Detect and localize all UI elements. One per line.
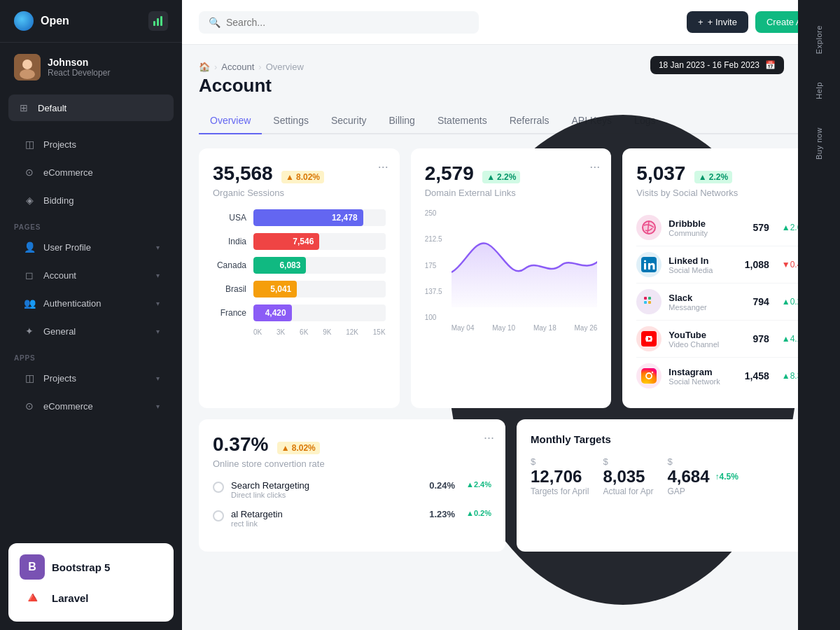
country-india: India bbox=[213, 237, 246, 246]
nav-item-ecommerce-app[interactable]: ⊙ eCommerce ▾ bbox=[14, 393, 168, 419]
invite-button[interactable]: + + Invite bbox=[687, 11, 748, 33]
nav-item-authentication[interactable]: 👥 Authentication ▾ bbox=[14, 290, 168, 316]
monthly-values: $ 12,706 Targets for April $ 8,035 Actua… bbox=[531, 456, 809, 496]
country-usa: USA bbox=[213, 213, 246, 223]
country-canada: Canada bbox=[213, 260, 246, 270]
laravel-icon: 🔺 bbox=[20, 585, 45, 610]
linkedin-type: Social Media bbox=[668, 266, 713, 274]
nav-bidding-label: Bidding bbox=[43, 195, 160, 206]
logo-left: Open bbox=[14, 11, 69, 31]
nav-item-user-profile[interactable]: 👤 User Profile ▾ bbox=[14, 234, 168, 260]
ecommerce-app-icon: ⊙ bbox=[22, 399, 36, 413]
bootstrap-icon: B bbox=[20, 554, 45, 580]
conv-item-2: al Retargetin rect link 1.23% ▲0.2% bbox=[213, 509, 491, 528]
dribbble-type: Community bbox=[668, 229, 708, 237]
slack-type: Messanger bbox=[668, 303, 706, 312]
card-menu-conversion[interactable]: ··· bbox=[484, 430, 494, 445]
conversion-badge: ▲ 8.02% bbox=[277, 442, 320, 454]
tab-overview[interactable]: Overview bbox=[199, 108, 262, 134]
up-arrow-3: ▲ bbox=[699, 172, 707, 182]
tab-billing[interactable]: Billing bbox=[378, 108, 426, 134]
targets-label: Targets for April bbox=[531, 486, 589, 496]
social-list: Dribbble Community 579 ▲2.6% Linked In bbox=[636, 209, 809, 394]
monthly-targets: $ 12,706 Targets for April bbox=[531, 456, 589, 496]
tab-api-keys[interactable]: API Keys bbox=[561, 108, 624, 134]
card-menu-domain[interactable]: ··· bbox=[589, 160, 600, 174]
page-title: Account bbox=[199, 75, 823, 97]
projects-icon: ◫ bbox=[22, 137, 36, 151]
explore-button[interactable]: Explore bbox=[809, 11, 829, 68]
instagram-type: Social Network bbox=[668, 377, 720, 386]
y-250: 250 bbox=[425, 209, 446, 217]
calendar-icon: 📅 bbox=[765, 60, 776, 70]
card-menu-organic[interactable]: ··· bbox=[378, 160, 388, 174]
search-input[interactable] bbox=[226, 17, 469, 28]
bidding-icon: ◈ bbox=[22, 193, 36, 207]
social-item-dribbble: Dribbble Community 579 ▲2.6% bbox=[636, 209, 809, 246]
axis-3k: 3K bbox=[276, 328, 285, 336]
social-item-linkedin: Linked In Social Media 1,088 ▼0.4% bbox=[636, 246, 809, 284]
conv-pct-2: 1.23% bbox=[429, 509, 455, 519]
svg-rect-2 bbox=[160, 16, 162, 26]
nav-item-projects-app[interactable]: ◫ Projects ▾ bbox=[14, 365, 168, 391]
linkedin-info: Linked In Social Media bbox=[668, 255, 713, 274]
nav-item-default[interactable]: ⊞ Default bbox=[8, 94, 174, 121]
axis-9k: 9K bbox=[323, 328, 331, 336]
y-175: 175 bbox=[425, 262, 446, 270]
conv-info-2: al Retargetin rect link bbox=[231, 509, 283, 528]
tab-logs[interactable]: Logs bbox=[623, 108, 666, 134]
home-icon: 🏠 bbox=[199, 62, 210, 72]
breadcrumb-sep-1: › bbox=[214, 62, 217, 72]
nav-auth-label: Authentication bbox=[43, 298, 149, 309]
nav-item-account[interactable]: ◻ Account ▾ bbox=[14, 262, 168, 288]
svg-point-11 bbox=[644, 260, 646, 262]
nav-projects-app-label: Projects bbox=[43, 373, 149, 384]
nav-item-projects[interactable]: ◫ Projects bbox=[14, 131, 168, 158]
up-arrow: ▲ bbox=[286, 172, 294, 182]
svg-point-5 bbox=[20, 69, 35, 79]
chevron-down-icon-3: ▾ bbox=[156, 300, 160, 307]
nav-item-ecommerce[interactable]: ⊙ eCommerce bbox=[14, 159, 168, 186]
nav-item-bidding[interactable]: ◈ Bidding bbox=[14, 187, 168, 214]
bar-value-france: 4,420 bbox=[265, 308, 286, 318]
tab-settings[interactable]: Settings bbox=[262, 108, 320, 134]
breadcrumb-sep-2: › bbox=[258, 62, 261, 72]
social-visits-card: ··· 5,037 ▲ 2.2% Visits by Social Networ… bbox=[622, 148, 823, 408]
date-badge: 18 Jan 2023 - 16 Feb 2023 📅 bbox=[650, 56, 784, 74]
apps-label: APPS bbox=[14, 354, 168, 362]
tab-statements[interactable]: Statements bbox=[426, 108, 498, 134]
bar-fill-france: 4,420 bbox=[253, 304, 292, 321]
x-may18: May 18 bbox=[533, 324, 556, 332]
conversion-list: Search Retargeting Direct link clicks 0.… bbox=[213, 480, 491, 528]
bar-fill-canada: 6,083 bbox=[253, 257, 306, 274]
user-role: React Developer bbox=[48, 68, 168, 78]
slack-info: Slack Messanger bbox=[668, 293, 706, 312]
svg-rect-15 bbox=[648, 301, 651, 304]
monthly-actual: $ 8,035 Actual for Apr bbox=[603, 456, 653, 496]
bar-axis: 0K 3K 6K 9K 12K 15K bbox=[213, 328, 386, 336]
conv-name-1: Search Retargeting bbox=[231, 480, 309, 491]
tab-referrals[interactable]: Referrals bbox=[498, 108, 561, 134]
instagram-info: Instagram Social Network bbox=[668, 367, 720, 386]
conversion-card: ··· 0.37% ▲ 8.02% Online store convertio… bbox=[199, 419, 505, 552]
date-range: 18 Jan 2023 - 16 Feb 2023 bbox=[659, 60, 760, 70]
instagram-icon bbox=[636, 363, 662, 388]
help-button[interactable]: Help bbox=[809, 68, 829, 113]
search-box[interactable]: 🔍 bbox=[199, 11, 479, 34]
nav-item-general[interactable]: ✦ General ▾ bbox=[14, 318, 168, 344]
grid-icon: ⊞ bbox=[17, 101, 31, 115]
nav-ecommerce-label: eCommerce bbox=[43, 167, 160, 178]
chart-icon[interactable] bbox=[148, 11, 168, 31]
stats-cards-row: ··· 35,568 ▲ 8.02% Organic Sessions USA bbox=[199, 148, 823, 408]
domain-stat: 2,579 ▲ 2.2% bbox=[425, 162, 598, 185]
svg-point-4 bbox=[22, 59, 32, 69]
line-chart: 250 212.5 175 137.5 100 bbox=[425, 209, 598, 335]
bar-row-brasil: Brasil 5,041 bbox=[213, 281, 386, 298]
up-arrow-conv: ▲ bbox=[281, 443, 290, 453]
breadcrumb-account[interactable]: Account bbox=[221, 62, 254, 72]
actual-dollar: $ bbox=[603, 456, 653, 467]
buy-now-button[interactable]: Buy now bbox=[809, 113, 829, 174]
tab-security[interactable]: Security bbox=[320, 108, 378, 134]
x-axis: May 04 May 10 May 18 May 26 bbox=[425, 324, 598, 332]
linkedin-icon bbox=[636, 252, 662, 277]
